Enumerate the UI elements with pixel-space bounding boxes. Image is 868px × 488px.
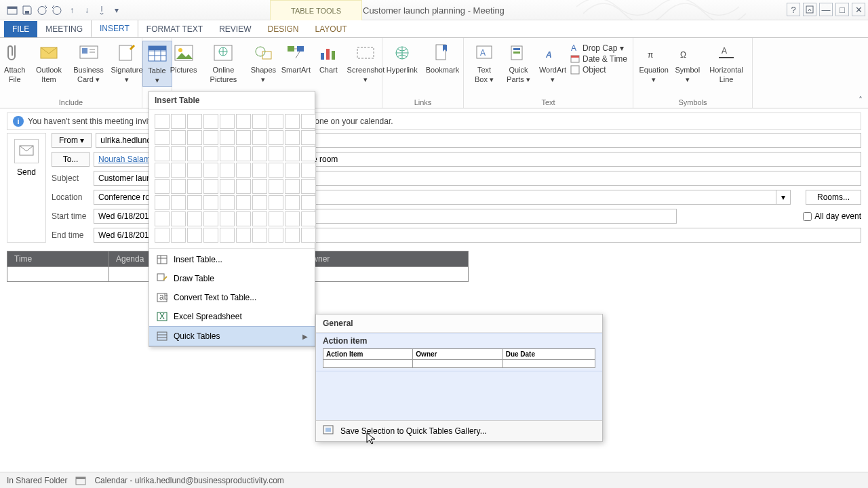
datetime-button[interactable]: Date & Time: [570, 54, 627, 64]
shapes-button[interactable]: Shapes ▾: [248, 41, 278, 85]
online-pictures-button[interactable]: Online Pictures: [201, 41, 246, 85]
grid-cell[interactable]: [203, 228, 218, 243]
grid-cell[interactable]: [220, 130, 235, 145]
grid-cell[interactable]: [220, 163, 235, 178]
grid-cell[interactable]: [171, 114, 186, 129]
qat-more-icon[interactable]: ▾: [111, 5, 122, 16]
grid-cell[interactable]: [236, 130, 251, 145]
screenshot-button[interactable]: Screenshot ▾: [346, 41, 385, 85]
draw-table-item[interactable]: Draw Table: [149, 269, 315, 288]
grid-cell[interactable]: [301, 179, 316, 194]
grid-cell[interactable]: [285, 146, 300, 161]
tab-layout[interactable]: LAYOUT: [307, 21, 355, 37]
grid-cell[interactable]: [252, 228, 267, 243]
qat-undo-icon[interactable]: [37, 5, 47, 16]
grid-cell[interactable]: [220, 195, 235, 210]
smartart-button[interactable]: SmartArt: [281, 41, 311, 76]
qat-touch-icon[interactable]: [96, 5, 107, 16]
table-button[interactable]: Table ▾: [142, 41, 172, 87]
chart-button[interactable]: Chart: [313, 41, 343, 76]
grid-cell[interactable]: [236, 228, 251, 243]
excel-spreadsheet-item[interactable]: XExcel Spreadsheet: [149, 307, 315, 326]
quick-tables-item[interactable]: Quick Tables▶: [149, 326, 315, 346]
grid-cell[interactable]: [203, 130, 218, 145]
horizontal-line-button[interactable]: AHorizontal Line: [705, 41, 748, 85]
grid-cell[interactable]: [285, 179, 300, 194]
grid-cell[interactable]: [285, 114, 300, 129]
grid-cell[interactable]: [187, 179, 202, 194]
rooms-button[interactable]: Rooms...: [806, 190, 861, 205]
send-button[interactable]: [14, 139, 39, 163]
tab-design[interactable]: DESIGN: [260, 21, 307, 37]
grid-cell[interactable]: [171, 130, 186, 145]
outlook-item-button[interactable]: Outlook Item: [33, 41, 66, 85]
grid-cell[interactable]: [220, 211, 235, 226]
to-extra-field[interactable]: erence room: [288, 152, 861, 167]
grid-cell[interactable]: [252, 179, 267, 194]
grid-cell[interactable]: [301, 114, 316, 129]
grid-cell[interactable]: [236, 146, 251, 161]
maximize-icon[interactable]: □: [835, 3, 849, 16]
textbox-button[interactable]: AText Box ▾: [469, 41, 499, 85]
grid-cell[interactable]: [171, 179, 186, 194]
grid-cell[interactable]: [285, 130, 300, 145]
grid-cell[interactable]: [252, 114, 267, 129]
collapse-ribbon-icon[interactable]: ˄: [859, 96, 863, 105]
qat-down-icon[interactable]: ↓: [81, 5, 92, 16]
grid-cell[interactable]: [236, 179, 251, 194]
grid-cell[interactable]: [171, 228, 186, 243]
grid-cell[interactable]: [285, 163, 300, 178]
qat-redo-icon[interactable]: [52, 5, 62, 16]
qat-up-icon[interactable]: ↑: [66, 5, 77, 16]
grid-cell[interactable]: [203, 179, 218, 194]
grid-cell[interactable]: [252, 163, 267, 178]
grid-cell[interactable]: [252, 130, 267, 145]
quick-table-preview[interactable]: Action item Action Item Owner Due Date: [316, 333, 602, 371]
from-button[interactable]: From ▾: [52, 133, 92, 148]
grid-cell[interactable]: [285, 211, 300, 226]
grid-cell[interactable]: [285, 228, 300, 243]
grid-cell[interactable]: [252, 211, 267, 226]
grid-cell[interactable]: [236, 163, 251, 178]
grid-cell[interactable]: [301, 195, 316, 210]
attach-file-button[interactable]: Attach File: [0, 41, 30, 85]
symbol-button[interactable]: ΩSymbol ▾: [673, 41, 703, 85]
grid-cell[interactable]: [187, 211, 202, 226]
grid-cell[interactable]: [187, 146, 202, 161]
grid-cell[interactable]: [301, 163, 316, 178]
grid-cell[interactable]: [220, 179, 235, 194]
location-dropdown-icon[interactable]: ▾: [776, 190, 791, 205]
tab-review[interactable]: REVIEW: [211, 21, 259, 37]
grid-cell[interactable]: [301, 146, 316, 161]
grid-cell[interactable]: [203, 195, 218, 210]
grid-cell[interactable]: [269, 163, 283, 178]
grid-cell[interactable]: [171, 163, 186, 178]
grid-cell[interactable]: [171, 146, 186, 161]
grid-cell[interactable]: [155, 130, 170, 145]
grid-cell[interactable]: [220, 114, 235, 129]
grid-cell[interactable]: [155, 228, 170, 243]
qat-calendar-icon[interactable]: [7, 5, 18, 16]
grid-cell[interactable]: [269, 114, 283, 129]
grid-cell[interactable]: [171, 195, 186, 210]
grid-cell[interactable]: [220, 146, 235, 161]
grid-cell[interactable]: [187, 130, 202, 145]
grid-cell[interactable]: [155, 211, 170, 226]
grid-cell[interactable]: [155, 163, 170, 178]
equation-button[interactable]: πEquation ▾: [638, 41, 670, 85]
grid-cell[interactable]: [236, 211, 251, 226]
grid-cell[interactable]: [187, 114, 202, 129]
grid-cell[interactable]: [236, 195, 251, 210]
grid-cell[interactable]: [236, 114, 251, 129]
grid-cell[interactable]: [269, 146, 283, 161]
grid-cell[interactable]: [203, 211, 218, 226]
grid-cell[interactable]: [269, 211, 283, 226]
to-button[interactable]: To...: [52, 152, 90, 167]
grid-cell[interactable]: [269, 179, 283, 194]
grid-cell[interactable]: [301, 130, 316, 145]
close-icon[interactable]: ✕: [852, 3, 865, 16]
grid-cell[interactable]: [155, 179, 170, 194]
business-card-button[interactable]: Business Card ▾: [68, 41, 108, 85]
insert-table-item[interactable]: Insert Table...: [149, 250, 315, 269]
signature-button[interactable]: Signature ▾: [112, 41, 142, 85]
